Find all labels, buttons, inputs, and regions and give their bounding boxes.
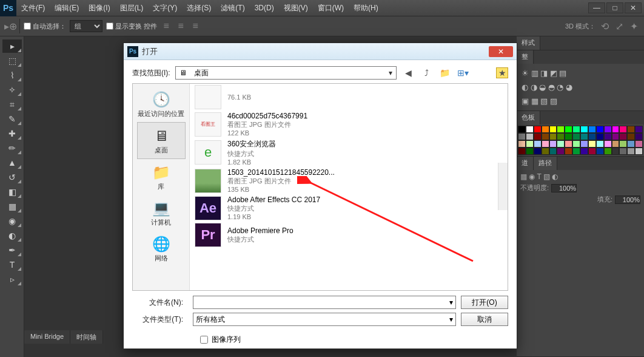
swatch[interactable]: [580, 140, 588, 148]
menu-file[interactable]: 文件(F): [16, 3, 50, 13]
swatch[interactable]: [534, 133, 542, 140]
filename-input[interactable]: ▾: [193, 296, 456, 309]
up-button[interactable]: ⤴: [420, 66, 433, 80]
swatches-grid[interactable]: [517, 124, 644, 156]
opacity-input[interactable]: [551, 184, 577, 192]
auto-select-checkbox[interactable]: 自动选择：: [24, 22, 66, 31]
swatch[interactable]: [635, 140, 643, 148]
swatch[interactable]: [612, 148, 620, 155]
eraser-tool[interactable]: ◧: [2, 185, 22, 199]
swatch[interactable]: [526, 126, 534, 133]
back-button[interactable]: ◀: [401, 66, 415, 80]
swatch[interactable]: [596, 140, 604, 148]
menu-edit[interactable]: 编辑(E): [50, 3, 84, 13]
swatch[interactable]: [588, 126, 596, 133]
menu-type[interactable]: 文字(Y): [148, 3, 182, 13]
3d-icon-1[interactable]: ⟲: [599, 21, 610, 32]
swatch[interactable]: [549, 148, 557, 155]
menu-select[interactable]: 选择(S): [182, 3, 216, 13]
swatch[interactable]: [572, 133, 580, 140]
swatch[interactable]: [580, 126, 588, 133]
show-transform-checkbox[interactable]: 显示变换 控件: [106, 22, 157, 31]
swatch[interactable]: [534, 140, 542, 148]
dodge-tool[interactable]: ◐: [2, 229, 22, 242]
menu-help[interactable]: 帮助(H): [349, 3, 383, 13]
swatch[interactable]: [572, 126, 580, 133]
marquee-tool[interactable]: ⬚: [2, 54, 22, 67]
lasso-tool[interactable]: ⌇: [2, 69, 22, 82]
stamp-tool[interactable]: ▲: [2, 156, 22, 169]
auto-select-combo[interactable]: 组: [70, 20, 102, 32]
align-icon-2[interactable]: ≡: [175, 21, 186, 32]
list-item[interactable]: 看图王 46cd00025d75c4367991 看图王 JPG 图片文件 12…: [190, 110, 508, 138]
align-icon-3[interactable]: ≡: [190, 21, 201, 32]
align-icon[interactable]: ≡: [161, 21, 172, 32]
swatch[interactable]: [596, 126, 604, 133]
menu-window[interactable]: 窗口(W): [313, 3, 349, 13]
swatch[interactable]: [580, 148, 588, 155]
list-item[interactable]: 1503_20141015121845592220... 看图王 JPG 图片文…: [190, 167, 508, 194]
place-recent[interactable]: 🕓 最近访问的位置: [137, 86, 186, 122]
channels-tab[interactable]: 道: [517, 157, 534, 170]
swatch[interactable]: [549, 126, 557, 133]
view-menu-button[interactable]: ⊞▾: [456, 66, 469, 80]
swatch[interactable]: [534, 148, 542, 155]
swatch[interactable]: [588, 148, 596, 155]
gradient-tool[interactable]: ▦: [2, 200, 22, 213]
pen-tool[interactable]: ✒: [2, 243, 22, 257]
swatch[interactable]: [580, 133, 588, 140]
swatches-tab[interactable]: 色板: [517, 111, 540, 124]
menu-3d[interactable]: 3D(D): [250, 4, 279, 12]
type-tool[interactable]: T: [2, 258, 22, 271]
swatch[interactable]: [565, 148, 572, 155]
image-sequence-checkbox[interactable]: 图像序列: [132, 335, 508, 345]
place-desktop[interactable]: 🖥 桌面: [137, 122, 186, 159]
swatch[interactable]: [627, 140, 635, 148]
place-libraries[interactable]: 📁 库: [137, 159, 186, 195]
filetype-combo[interactable]: 所有格式 ▾: [193, 313, 456, 326]
swatch[interactable]: [612, 133, 620, 140]
maximize-button[interactable]: □: [606, 2, 623, 13]
dialog-close-button[interactable]: ✕: [489, 46, 513, 57]
swatch[interactable]: [619, 140, 627, 148]
swatch[interactable]: [534, 126, 542, 133]
swatch[interactable]: [635, 148, 643, 155]
minimize-button[interactable]: —: [588, 2, 605, 13]
swatch[interactable]: [588, 133, 596, 140]
mini-bridge-tab[interactable]: Mini Bridge: [24, 330, 70, 344]
swatch[interactable]: [518, 148, 526, 155]
list-item[interactable]: 76.1 KB: [190, 84, 508, 110]
blur-tool[interactable]: ◉: [2, 214, 22, 228]
fill-input[interactable]: [615, 195, 640, 204]
place-network[interactable]: 🌐 网络: [137, 231, 186, 267]
3d-icon-2[interactable]: ⤢: [614, 21, 625, 32]
swatch[interactable]: [565, 133, 572, 140]
open-button[interactable]: 打开(O): [461, 296, 508, 309]
scrollbar[interactable]: [498, 163, 508, 210]
swatch[interactable]: [619, 133, 627, 140]
swatch[interactable]: [557, 133, 565, 140]
swatch[interactable]: [588, 140, 596, 148]
swatch[interactable]: [596, 133, 604, 140]
swatch[interactable]: [604, 140, 612, 148]
swatch[interactable]: [612, 140, 620, 148]
menu-filter[interactable]: 滤镜(T): [216, 3, 249, 13]
swatch[interactable]: [518, 133, 526, 140]
eyedropper-tool[interactable]: ✎: [2, 112, 22, 126]
new-folder-button[interactable]: 📁: [438, 66, 451, 80]
menu-view[interactable]: 视图(V): [279, 3, 313, 13]
swatch[interactable]: [565, 140, 572, 148]
swatch[interactable]: [604, 126, 612, 133]
swatch[interactable]: [549, 133, 557, 140]
layer-filter-icons[interactable]: ▦ ◉ T ▧ ◐: [520, 172, 640, 181]
history-brush-tool[interactable]: ↺: [2, 171, 22, 184]
place-computer[interactable]: 💻 计算机: [137, 195, 186, 231]
path-tool[interactable]: ▹: [2, 273, 22, 286]
swatch[interactable]: [557, 148, 565, 155]
magic-wand-tool[interactable]: ✧: [2, 83, 22, 97]
swatch[interactable]: [565, 126, 572, 133]
look-in-combo[interactable]: 🖥 桌面 ▾: [175, 66, 397, 80]
list-item[interactable]: Ae Adobe After Effects CC 2017 快捷方式 1.19…: [190, 194, 508, 222]
menu-layer[interactable]: 图层(L): [115, 3, 149, 13]
swatch[interactable]: [627, 126, 635, 133]
